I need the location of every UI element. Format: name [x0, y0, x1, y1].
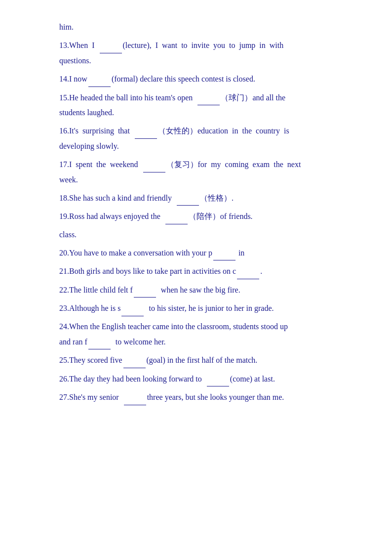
blank-22 — [134, 282, 156, 298]
intro-text: him. — [59, 23, 74, 31]
item-22-text: 22.The little child felt f when he saw t… — [59, 286, 240, 294]
item-26-text: 26.The day they had been looking forward… — [59, 375, 275, 383]
item-23: 23.Although he is s to his sister, he is… — [59, 300, 353, 316]
blank-20 — [213, 245, 235, 260]
item-14: 14.I now (formal) declare this speech co… — [59, 71, 353, 86]
item-22: 22.The little child felt f when he saw t… — [59, 282, 353, 298]
blank-18 — [177, 190, 199, 206]
blank-27 — [124, 389, 146, 405]
item-14-text: 14.I now (formal) declare this speech co… — [59, 75, 255, 83]
item-17-text: 17.I spent the weekend （复习）for my coming… — [59, 160, 301, 169]
item-24-cont: and ran f to welcome her. — [59, 338, 166, 346]
blank-21 — [237, 263, 259, 279]
item-17: 17.I spent the weekend （复习）for my coming… — [59, 157, 353, 187]
item-27-text: 27.She's my senior three years, but she … — [59, 393, 284, 401]
blank-16 — [135, 123, 157, 138]
item-16-cont: developing slowly. — [59, 142, 119, 150]
item-16-text: 16.It's surprising that （女性的）education i… — [59, 127, 289, 135]
blank-26 — [207, 371, 229, 386]
blank-19 — [165, 209, 188, 224]
class-text: class. — [59, 230, 77, 239]
blank-15 — [197, 90, 220, 105]
item-18-text: 18.She has such a kind and friendly （性格）… — [59, 194, 234, 202]
item-19-text: 19.Ross had always enjoyed the （陪伴）of fr… — [59, 212, 253, 220]
item-27: 27.She's my senior three years, but she … — [59, 389, 353, 405]
blank-14 — [88, 71, 111, 86]
blank-17 — [143, 157, 165, 172]
item-24-text: 24.When the English teacher came into th… — [59, 322, 288, 331]
item-18: 18.She has such a kind and friendly （性格）… — [59, 190, 353, 206]
item-15-cont: students laughed. — [59, 108, 114, 117]
item-13-cont: questions. — [59, 56, 91, 65]
blank-24 — [88, 334, 111, 349]
item-15-text: 15.He headed the ball into his team's op… — [59, 93, 285, 102]
item-24: 24.When the English teacher came into th… — [59, 319, 353, 350]
item-15: 15.He headed the ball into his team's op… — [59, 90, 353, 121]
item-16: 16.It's surprising that （女性的）education i… — [59, 123, 353, 154]
item-21: 21.Both girls and boys like to take part… — [59, 263, 353, 279]
item-19: 19.Ross had always enjoyed the （陪伴）of fr… — [59, 209, 353, 224]
item-21-text: 21.Both girls and boys like to take part… — [59, 267, 262, 275]
intro-line: him. — [59, 20, 353, 35]
blank-25 — [123, 352, 146, 368]
item-20: 20.You have to make a conversation with … — [59, 245, 353, 260]
main-content: him. 13.When I (lecture), I want to invi… — [59, 20, 353, 405]
class-line: class. — [59, 227, 353, 242]
item-23-text: 23.Although he is s to his sister, he is… — [59, 304, 274, 312]
item-20-text: 20.You have to make a conversation with … — [59, 249, 244, 257]
item-17-cont: week. — [59, 175, 78, 184]
item-25: 25.They scored five (goal) in the first … — [59, 352, 353, 368]
item-25-text: 25.They scored five (goal) in the first … — [59, 356, 257, 364]
blank-13 — [100, 38, 122, 53]
item-13-text: 13.When I (lecture), I want to invite yo… — [59, 41, 283, 49]
item-26: 26.The day they had been looking forward… — [59, 371, 353, 386]
item-13: 13.When I (lecture), I want to invite yo… — [59, 38, 353, 68]
blank-23 — [121, 300, 144, 316]
